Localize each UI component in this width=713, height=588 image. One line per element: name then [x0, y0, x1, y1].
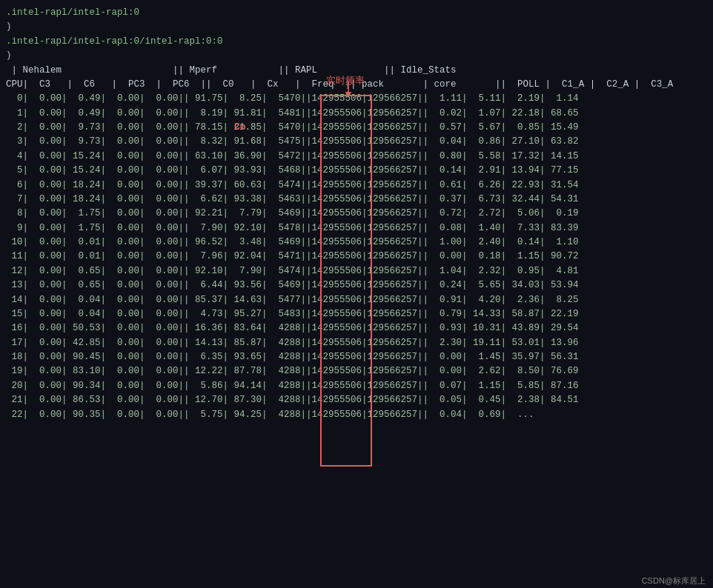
table-row: 9| 0.00| 1.75| 0.00| 0.00|| 7.90| 92.10|… — [0, 221, 713, 235]
table-row: 17| 0.00| 42.85| 0.00| 0.00|| 14.13| 85.… — [0, 336, 713, 350]
table-row: 18| 0.00| 90.45| 0.00| 0.00|| 6.35| 93.6… — [0, 350, 713, 364]
annotation-label: 实时频率 — [326, 74, 365, 87]
table-row: 12| 0.00| 0.65| 0.00| 0.00|| 92.10| 7.90… — [0, 264, 713, 278]
table-row: 22| 0.00| 90.35| 0.00| 0.00|| 5.75| 94.2… — [0, 408, 713, 422]
table-row: 2| 0.00| 9.73| 0.00| 0.00|| 78.15| 21.85… — [0, 121, 713, 135]
table-row: 19| 0.00| 83.10| 0.00| 0.00|| 12.22| 87.… — [0, 364, 713, 378]
watermark-text: CSDN@标库居上 — [642, 575, 706, 587]
table-row: 6| 0.00| 18.24| 0.00| 0.00|| 39.37| 60.6… — [0, 178, 713, 193]
table-row: 4| 0.00| 15.24| 0.00| 0.00|| 63.10| 36.9… — [0, 150, 713, 164]
path-line-2: .intel-rapl/intel-rapl:0/intel-rapl:0:0 — [0, 35, 713, 49]
table-row: 14| 0.00| 0.04| 0.00| 0.00|| 85.37| 14.6… — [0, 293, 713, 307]
table-row: 15| 0.00| 0.04| 0.00| 0.00|| 4.73| 95.27… — [0, 307, 713, 321]
table-row: 10| 0.00| 0.01| 0.00| 0.00|| 96.52| 3.48… — [0, 235, 713, 250]
close-paren-2: ) — [0, 49, 713, 63]
table-row: 13| 0.00| 0.65| 0.00| 0.00|| 6.44| 93.56… — [0, 278, 713, 293]
table-row: 21| 0.00| 86.53| 0.00| 0.00|| 12.70| 87.… — [0, 393, 713, 407]
terminal-window: .intel-rapl/intel-rapl:0 ) .intel-rapl/i… — [0, 0, 713, 588]
table-row: 11| 0.00| 0.01| 0.00| 0.00|| 7.96| 92.04… — [0, 250, 713, 264]
co-text-annotation: Co — [234, 121, 246, 133]
table-row: 20| 0.00| 90.34| 0.00| 0.00|| 5.86| 94.1… — [0, 379, 713, 393]
table-row: 1| 0.00| 0.49| 0.00| 0.00|| 8.19| 91.81|… — [0, 107, 713, 121]
path-line-1: .intel-rapl/intel-rapl:0 — [0, 6, 713, 20]
table-row: 8| 0.00| 1.75| 0.00| 0.00|| 92.21| 7.79|… — [0, 207, 713, 221]
table-row: 16| 0.00| 50.53| 0.00| 0.00|| 16.36| 83.… — [0, 321, 713, 335]
table-row: 3| 0.00| 9.73| 0.00| 0.00|| 8.32| 91.68|… — [0, 135, 713, 149]
table-row: 0| 0.00| 0.49| 0.00| 0.00|| 91.75| 8.25|… — [0, 92, 713, 106]
table-row: 5| 0.00| 15.24| 0.00| 0.00|| 6.07| 93.93… — [0, 164, 713, 178]
table-row: 7| 0.00| 18.24| 0.00| 0.00|| 6.62| 93.38… — [0, 193, 713, 207]
close-paren-1: ) — [0, 20, 713, 34]
